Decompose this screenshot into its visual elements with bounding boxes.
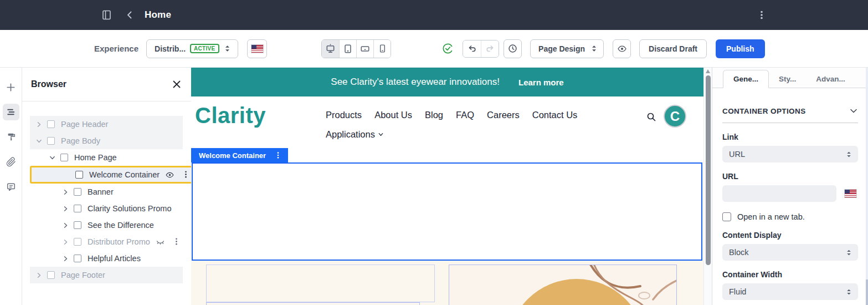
tree-item-label: Home Page (74, 153, 117, 162)
tree-item-label: See the Difference (88, 221, 154, 230)
window-scrollbar-thumb[interactable] (866, 279, 868, 305)
preview-button[interactable] (613, 39, 631, 58)
selection-kebab-menu[interactable] (275, 151, 281, 159)
page-design-dropdown[interactable]: Page Design (530, 39, 604, 58)
content-display-value: Block (729, 248, 748, 257)
experience-label: Experience (94, 44, 138, 53)
tree-item-label: Clarity Solutions Promo (88, 204, 172, 213)
chevron-right-icon[interactable] (61, 254, 70, 263)
tree-checkbox[interactable] (74, 255, 81, 262)
tree-item-page-footer[interactable]: Page Footer (30, 267, 183, 283)
panel-toggle-icon[interactable] (101, 9, 112, 21)
experience-dropdown[interactable]: Distrib... ACTIVE (146, 39, 238, 58)
tree-checkbox[interactable] (74, 238, 81, 246)
open-new-tab-option[interactable]: Open in a new tab. (722, 212, 858, 221)
content-display-select[interactable]: Block (722, 244, 858, 261)
chevron-right-icon[interactable] (34, 120, 43, 129)
device-mobile-button[interactable] (373, 40, 391, 58)
locale-flag-button[interactable] (247, 39, 267, 58)
nav-link-faq[interactable]: FAQ (456, 110, 474, 120)
discard-draft-label: Discard Draft (649, 44, 697, 53)
tab-advanced[interactable]: Advan... (806, 70, 855, 88)
new-tab-checkbox[interactable] (722, 212, 731, 221)
topbar-kebab-menu[interactable] (756, 9, 767, 21)
tree-item-clarity-solutions-promo[interactable]: Clarity Solutions Promo (30, 200, 183, 217)
chevron-right-icon[interactable] (34, 271, 43, 279)
nav-link-products[interactable]: Products (326, 110, 362, 120)
window-scrollbar[interactable] (866, 68, 868, 305)
canvas-scrollbar[interactable] (703, 68, 712, 305)
tree-checkbox[interactable] (74, 188, 81, 196)
scroll-up-arrow[interactable] (706, 69, 710, 73)
undo-button[interactable] (463, 40, 481, 57)
account-avatar[interactable]: C (664, 105, 686, 128)
page-design-value: Page Design (538, 44, 585, 53)
chevron-down-icon[interactable] (849, 106, 858, 115)
comments-button[interactable] (3, 179, 19, 195)
history-button[interactable] (504, 39, 522, 58)
link-field-label: Link (722, 133, 858, 141)
discard-draft-button[interactable]: Discard Draft (639, 39, 707, 58)
nav-link-about-us[interactable]: About Us (374, 110, 412, 120)
tree-checkbox[interactable] (47, 120, 55, 128)
tree-item-page-body[interactable]: Page Body (30, 133, 183, 149)
device-tablet-button[interactable] (339, 40, 356, 58)
tree-item-see-the-difference[interactable]: See the Difference (30, 217, 183, 233)
tree-item-welcome-container[interactable]: Welcome Container (30, 166, 193, 184)
banner-learn-more-link[interactable]: Learn more (518, 78, 564, 87)
nav-link-careers[interactable]: Careers (487, 110, 520, 120)
tree-item-page-header[interactable]: Page Header (30, 116, 183, 133)
device-tablet-landscape-button[interactable] (356, 40, 373, 58)
clarity-logo[interactable]: Clarity (195, 103, 266, 128)
selected-container-outline[interactable] (192, 162, 702, 261)
new-tab-label: Open in a new tab. (737, 212, 805, 221)
chevron-right-icon[interactable] (61, 187, 70, 196)
styles-roller-button[interactable] (3, 129, 19, 145)
back-button[interactable] (125, 10, 135, 20)
tree-checkbox[interactable] (60, 154, 68, 161)
chevron-right-icon[interactable] (61, 204, 70, 213)
tab-styles[interactable]: Sty... (769, 70, 806, 88)
nav-link-contact-us[interactable]: Contact Us (532, 110, 578, 120)
nav-link-applications[interactable]: Applications (326, 129, 384, 140)
eyewear-promo-image (449, 265, 676, 305)
tree-checkbox[interactable] (74, 205, 81, 212)
canvas-scrollbar-thumb[interactable] (706, 75, 711, 265)
link-type-select[interactable]: URL (722, 146, 858, 162)
selected-component-label[interactable]: Welcome Container (191, 148, 288, 162)
link-attach-button[interactable] (3, 154, 19, 170)
tree-checkbox[interactable] (47, 137, 55, 145)
url-input[interactable] (722, 185, 836, 202)
tree-checkbox[interactable] (75, 171, 83, 179)
tab-general[interactable]: Gene... (723, 70, 769, 88)
chevron-right-icon[interactable] (61, 237, 70, 246)
container-width-select[interactable]: Fluid (722, 283, 858, 300)
visibility-eye-icon[interactable] (165, 170, 174, 180)
tree-item-home-page[interactable]: Home Page (30, 149, 183, 166)
visibility-eye-off-icon[interactable] (156, 237, 165, 247)
chevron-down-icon[interactable] (34, 136, 43, 145)
tree-item-helpful-articles[interactable]: Helpful Articles (30, 250, 183, 267)
nav-links: Products About Us Blog FAQ Careers Conta… (326, 110, 636, 140)
canvas-content-below (191, 261, 703, 305)
device-desktop-button[interactable] (322, 40, 339, 58)
chevron-down-icon[interactable] (48, 153, 57, 162)
chevron-right-icon[interactable] (61, 221, 70, 230)
tree-item-kebab-menu[interactable] (173, 237, 181, 246)
tree-item-banner[interactable]: Banner (30, 184, 183, 200)
search-icon[interactable] (646, 112, 656, 122)
tree-item-kebab-menu[interactable] (182, 170, 190, 179)
publish-label: Publish (726, 44, 754, 53)
link-type-value: URL (729, 150, 745, 159)
container-options-section-header[interactable]: CONTAINER OPTIONS (722, 106, 858, 115)
tree-item-distributor-promo[interactable]: Distributor Promo (30, 233, 183, 250)
tree-checkbox[interactable] (74, 221, 81, 229)
publish-button[interactable]: Publish (716, 39, 765, 58)
redo-button[interactable] (481, 40, 499, 57)
structure-browser-button[interactable] (3, 104, 19, 120)
tree-checkbox[interactable] (47, 271, 55, 279)
nav-link-blog[interactable]: Blog (425, 110, 443, 120)
tree-item-label: Distributor Promo (88, 237, 150, 246)
add-component-button[interactable] (3, 79, 19, 95)
close-panel-button[interactable] (171, 79, 182, 90)
